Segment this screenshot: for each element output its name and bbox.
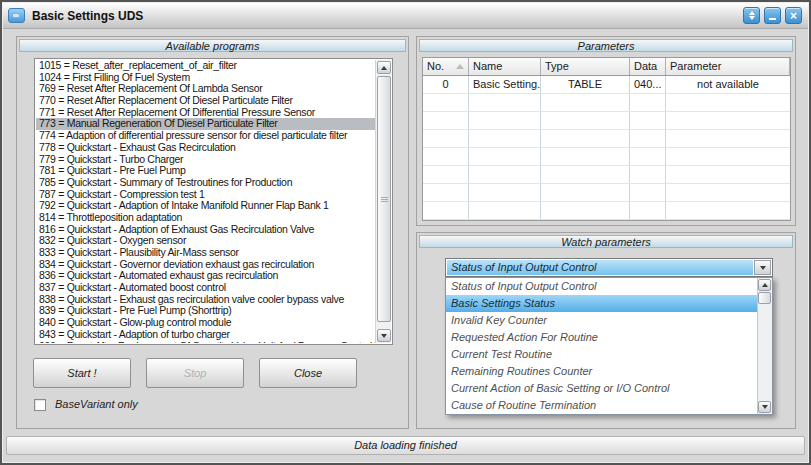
program-list-item[interactable]: 816 = Quickstart - Adaption of Exhaust G… [36,224,375,236]
column-header-name[interactable]: Name [469,58,541,75]
program-list-items: 1015 = Reset_after_replacement_of_air_fi… [36,60,375,343]
program-list-item[interactable]: 843 = Quickstart - Adaption of turbo cha… [36,329,375,341]
program-list-item[interactable]: 836 = Quickstart - Automated exhaust gas… [36,270,375,282]
program-list-item[interactable]: 834 = Quickstart - Governor deviation ex… [36,259,375,271]
table-empty-cell [469,148,541,165]
program-list-item[interactable]: 814 = Throttleposition adaptation [36,212,375,224]
dropdown-option[interactable]: Current Test Routine [446,346,757,363]
status-bar: Data loading finished [6,436,805,455]
available-programs-group: Available programs 1015 = Reset_after_re… [16,36,409,429]
table-empty-cell [666,220,790,221]
arrow-up-icon [381,66,387,70]
restore-button[interactable] [743,7,760,24]
table-empty-cell [541,148,630,165]
table-empty-cell [630,202,666,219]
parameters-empty-rows [423,94,790,221]
program-list-item[interactable]: 837 = Quickstart - Automated boost contr… [36,282,375,294]
program-list-item[interactable]: 787 = Quickstart - Compression test 1 [36,189,375,201]
program-list-item[interactable]: 785 = Quickstart - Summary of Testroutin… [36,177,375,189]
program-list-item[interactable]: 769 = Reset After Replacement Of Lambda … [36,83,375,95]
program-list-item[interactable]: 1024 = First Filling Of Fuel System [36,72,375,84]
dropdown-scroll-down-button[interactable] [758,401,771,413]
table-empty-cell [630,148,666,165]
table-empty-cell [469,202,541,219]
table-empty-cell [423,184,469,201]
table-empty-cell [630,184,666,201]
column-header-data[interactable]: Data [630,58,666,75]
dropdown-option[interactable]: Basic Settings Status [446,295,757,312]
table-empty-row [423,94,790,112]
program-list-item[interactable]: 840 = Quickstart - Glow-plug control mod… [36,317,375,329]
table-empty-row [423,184,790,202]
table-empty-cell [423,112,469,129]
arrow-up-icon [762,283,768,287]
dropdown-option[interactable]: Status of Input Output Control [446,278,757,295]
cell-parameter: not available [666,76,790,93]
watch-dropdown: Status of Input Output ControlBasic Sett… [445,277,773,415]
app-icon-detail [12,13,20,18]
table-empty-cell [469,166,541,183]
dropdown-scroll-thumb[interactable] [758,292,771,304]
group-title-label: Watch parameters [561,236,651,248]
dropdown-option[interactable]: Cause of Routine Termination [446,397,757,414]
thumb-grip-icon [381,199,388,200]
basevariant-checkbox[interactable] [34,399,46,411]
program-list-item[interactable]: 778 = Quickstart - Exhaust Gas Recircula… [36,142,375,154]
program-list-item[interactable]: 771 = Reset After Replacement Of Differe… [36,107,375,119]
list-scrollbar[interactable] [375,60,391,343]
program-list-item[interactable]: 833 = Quickstart - Plausibility Air-Mass… [36,247,375,259]
table-empty-cell [666,148,790,165]
arrow-down-icon [381,334,387,338]
column-header-type[interactable]: Type [541,58,630,75]
table-empty-cell [666,166,790,183]
program-list-item[interactable]: 832 = Quickstart - Oxygen sensor [36,235,375,247]
dropdown-option[interactable]: Current Action of Basic Setting or I/O C… [446,380,757,397]
table-empty-cell [423,94,469,111]
close-icon: × [790,9,797,23]
watch-parameters-title: Watch parameters [419,235,793,248]
scroll-thumb[interactable] [377,76,391,322]
table-empty-cell [666,94,790,111]
arrow-down-icon [762,405,768,409]
program-list-item[interactable]: 838 = Quickstart - Exhaust gas recircula… [36,294,375,306]
program-list-item[interactable]: 774 = Adaption of differential pressure … [36,130,375,142]
program-list-item[interactable]: 839 = Quickstart - Pre Fuel Pump (Shortt… [36,305,375,317]
dropdown-option[interactable]: Requested Action For Routine [446,329,757,346]
program-list-item[interactable]: 773 = Manual Regeneration Of Diesel Part… [36,118,375,130]
column-header-parameter[interactable]: Parameter [666,58,790,75]
combobox-dropdown-button[interactable] [754,260,771,275]
program-list-item[interactable]: 770 = Reset After Replacement Of Diesel … [36,95,375,107]
stop-button[interactable]: Stop [146,358,244,388]
table-empty-row [423,130,790,148]
scroll-up-button[interactable] [377,61,391,74]
table-empty-cell [541,202,630,219]
program-listbox[interactable]: 1015 = Reset_after_replacement_of_air_fi… [34,58,393,345]
dropdown-option[interactable]: Remaining Routines Counter [446,363,757,380]
program-list-item[interactable]: 779 = Quickstart - Turbo Charger [36,154,375,166]
start-button[interactable]: Start ! [33,358,131,388]
dropdown-scrollbar[interactable] [757,278,772,414]
column-header-no[interactable]: No. [423,58,469,75]
table-empty-cell [630,94,666,111]
title-bar[interactable]: Basic Settings UDS × [3,3,808,29]
scroll-down-button[interactable] [377,329,391,342]
close-dialog-button[interactable]: Close [259,358,357,388]
dropdown-option[interactable]: Invalid Key Counter [446,312,757,329]
table-empty-cell [423,166,469,183]
close-button[interactable]: × [785,7,802,24]
table-empty-row [423,202,790,220]
watch-combobox[interactable]: Status of Input Output Control [445,258,773,277]
dropdown-scroll-up-button[interactable] [758,279,771,291]
sort-ascending-icon [456,64,464,69]
table-row[interactable]: 0 Basic Setting... TABLE 040... not avai… [423,76,790,94]
program-list-item[interactable]: 996 = Reset After Replacement Of Quantit… [36,341,375,344]
minimize-button[interactable] [764,7,781,24]
table-empty-cell [666,130,790,147]
table-empty-row [423,148,790,166]
table-empty-row [423,112,790,130]
program-list-item[interactable]: 792 = Quickstart - Adaption of Intake Ma… [36,200,375,212]
program-list-item[interactable]: 781 = Quickstart - Pre Fuel Pump [36,165,375,177]
program-list-item[interactable]: 1015 = Reset_after_replacement_of_air_fi… [36,60,375,72]
window-controls: × [743,7,802,24]
window-title: Basic Settings UDS [32,9,143,23]
